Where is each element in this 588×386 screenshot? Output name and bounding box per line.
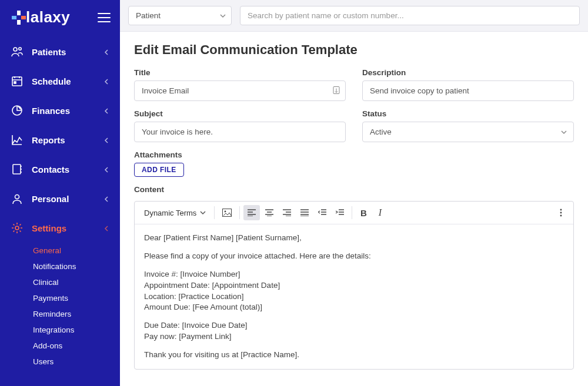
sidebar-item-settings[interactable]: Settings	[0, 213, 120, 243]
sidebar-subitem-integrations[interactable]: Integrations	[33, 322, 120, 338]
svg-point-5	[19, 48, 21, 50]
search-type-select[interactable]: Patient	[128, 6, 232, 25]
dynamic-terms-button[interactable]: Dynamic Terms	[139, 206, 211, 220]
topbar: Patient	[120, 0, 588, 32]
align-center-icon[interactable]	[261, 205, 278, 220]
sidebar-subitem-payments[interactable]: Payments	[33, 290, 120, 306]
svg-point-10	[15, 195, 19, 199]
sidebar-item-label: Finances	[32, 106, 70, 116]
title-label: Title	[134, 68, 346, 77]
personal-icon	[11, 192, 24, 205]
separator	[239, 206, 240, 219]
sidebar-subitem-add-ons[interactable]: Add-ons	[33, 338, 120, 354]
sidebar-item-reports[interactable]: Reports	[0, 125, 120, 155]
footer-actions: CANCEL SUBMIT	[120, 380, 588, 386]
bold-icon[interactable]: B	[356, 205, 371, 220]
svg-point-14	[225, 211, 226, 213]
contacts-icon	[11, 163, 24, 176]
align-right-icon[interactable]	[279, 205, 295, 220]
chevron-left-icon	[103, 47, 109, 57]
italic-icon[interactable]: I	[372, 205, 387, 220]
editor-toolbar: Dynamic Terms B I	[135, 202, 573, 224]
sidebar-subitem-reminders[interactable]: Reminders	[33, 306, 120, 322]
status-label: Status	[362, 109, 574, 118]
main-nav: PatientsScheduleFinancesReportsContactsP…	[0, 37, 120, 374]
sidebar-subitem-users[interactable]: Users	[33, 354, 120, 370]
attachments-label: Attachments	[134, 150, 574, 159]
status-select[interactable]: Active	[362, 122, 574, 142]
sidebar-item-label: Settings	[32, 223, 66, 233]
sidebar-item-schedule[interactable]: Schedule	[0, 66, 120, 96]
sidebar-item-label: Schedule	[32, 76, 71, 86]
sidebar-item-label: Contacts	[32, 165, 69, 174]
content-editor: Dynamic Terms B I	[134, 201, 574, 370]
separator	[352, 206, 352, 219]
chevron-left-icon	[103, 165, 109, 174]
subject-input[interactable]	[134, 122, 346, 142]
svg-rect-1	[17, 20, 21, 25]
separator	[214, 206, 215, 219]
settings-icon	[11, 221, 24, 234]
reports-icon	[11, 133, 24, 146]
svg-rect-2	[12, 16, 16, 19]
sidebar-item-personal[interactable]: Personal	[0, 184, 120, 213]
more-icon[interactable]	[553, 205, 569, 220]
svg-point-15	[560, 209, 562, 211]
description-input[interactable]	[362, 80, 574, 101]
schedule-icon	[11, 75, 24, 88]
align-left-icon[interactable]	[243, 205, 260, 220]
sidebar-item-contacts[interactable]: Contacts	[0, 155, 120, 184]
page-title: Edit Email Communication Template	[134, 42, 574, 58]
logo-text: lalaxy	[26, 8, 70, 26]
main-content: Patient Edit Email Communication Templat…	[120, 0, 588, 386]
svg-point-11	[15, 226, 19, 230]
svg-rect-3	[21, 16, 26, 19]
editor-body[interactable]: Dear [Patient First Name] [Patient Surna…	[135, 224, 573, 369]
svg-rect-7	[14, 82, 16, 83]
template-icon[interactable]	[333, 86, 340, 96]
sidebar-item-label: Personal	[32, 194, 69, 204]
title-input[interactable]	[134, 80, 346, 101]
image-icon[interactable]	[218, 205, 236, 220]
logo[interactable]: lalaxy	[11, 8, 70, 26]
sidebar-subitem-notifications[interactable]: Notifications	[33, 259, 120, 274]
finances-icon	[11, 104, 24, 117]
patients-icon	[11, 45, 24, 58]
chevron-left-icon	[103, 76, 109, 86]
svg-point-17	[560, 215, 562, 217]
svg-point-4	[14, 48, 17, 51]
sidebar-subitem-clinical[interactable]: Clinical	[33, 274, 120, 290]
sidebar: lalaxy PatientsScheduleFinancesReportsCo…	[0, 0, 120, 386]
outdent-icon[interactable]	[314, 205, 330, 220]
search-type-dropdown[interactable]: Patient	[128, 6, 232, 25]
sidebar-item-patients[interactable]: Patients	[0, 37, 120, 66]
svg-point-16	[560, 212, 562, 214]
svg-rect-0	[17, 11, 21, 15]
chevron-left-icon	[103, 135, 109, 145]
sidebar-item-label: Patients	[32, 47, 66, 57]
description-label: Description	[362, 68, 574, 77]
chevron-left-icon	[103, 106, 109, 116]
menu-toggle-icon[interactable]	[98, 13, 111, 22]
add-file-button[interactable]: ADD FILE	[134, 163, 184, 177]
content-label: Content	[134, 185, 574, 194]
chevron-left-icon	[103, 223, 109, 233]
subject-label: Subject	[134, 109, 346, 118]
chevron-left-icon	[103, 194, 109, 204]
dynamic-terms-label: Dynamic Terms	[144, 209, 196, 217]
svg-rect-9	[13, 165, 21, 174]
search-input[interactable]	[240, 6, 580, 25]
sidebar-subitem-general[interactable]: General	[33, 243, 120, 259]
sidebar-item-finances[interactable]: Finances	[0, 96, 120, 125]
logo-mark	[11, 9, 27, 26]
sidebar-item-label: Reports	[32, 135, 65, 145]
align-justify-icon[interactable]	[296, 205, 313, 220]
chevron-down-icon	[200, 209, 206, 217]
indent-icon[interactable]	[332, 205, 348, 220]
